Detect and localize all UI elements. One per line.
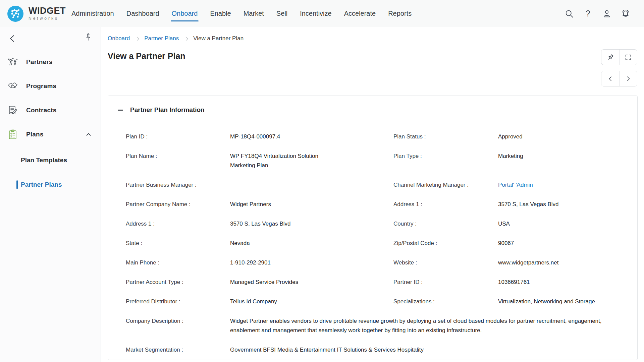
field-value-plan-name: WP FY18Q4 Virtualization Solution Market… (230, 152, 337, 170)
breadcrumb-item-onboard[interactable]: Onboard (108, 35, 130, 42)
field-label-address-1: Address 1 : (393, 200, 498, 209)
sidebar-item-label: Contracts (26, 107, 56, 114)
top-nav: AdministrationDashboardOnboardEnableMark… (71, 0, 412, 27)
fullscreen-button[interactable] (619, 50, 637, 65)
field-value-partner-account-type: Managed Service Provides (230, 278, 337, 287)
sidebar-item-plans[interactable]: Plans (0, 122, 101, 146)
field-row: Partner Company Name :Widget PartnersAdd… (126, 200, 637, 209)
breadcrumb-separator-icon (184, 37, 188, 41)
field-label-specializations: Specializations : (393, 297, 498, 306)
page-title: View a Partner Plan (108, 51, 185, 61)
field-value-partner-business-manager (230, 180, 337, 190)
plans-sub-list: Plan Templates Partner Plans (0, 150, 101, 194)
field-label-preferred-distributor: Preferred Distributor : (126, 297, 230, 306)
field-row: Main Phone :1-910-292-2901Website :www.w… (126, 258, 637, 267)
field-value-main-phone: 1-910-292-2901 (230, 258, 337, 267)
field-row: Preferred Distributor :Tellus Id Company… (126, 297, 637, 306)
collapse-section-icon[interactable] (118, 110, 123, 111)
sidebar-subitem-label: Plan Templates (21, 157, 67, 164)
field-value-state: Nevada (230, 239, 337, 248)
nav-item-accelerate[interactable]: Accelerate (344, 1, 376, 26)
field-value-plan-status: Approved (498, 132, 637, 141)
field-label-plan-type: Plan Type : (393, 152, 498, 170)
sidebar-nav: Partners Programs (0, 50, 101, 194)
sidebar-collapse-button[interactable] (7, 33, 18, 45)
sidebar-item-partner-plans[interactable]: Partner Plans (0, 175, 101, 194)
field-value-address-1: 3570 S, Las Vegas Blvd (498, 200, 637, 209)
sidebar-item-partners[interactable]: Partners (0, 50, 101, 74)
field-value-company-description: Widget Partner enables vendors to drive … (230, 316, 611, 335)
field-row: State :NevadaZip/Postal Code :90067 (126, 239, 637, 248)
field-label-market-segmentation: Market Segmentation : (126, 345, 230, 355)
sidebar-item-contracts[interactable]: Contracts (0, 98, 101, 122)
brand-name: WIDGET (29, 6, 66, 15)
sidebar-pin-icon[interactable] (83, 31, 93, 45)
nav-item-administration[interactable]: Administration (71, 1, 114, 26)
nav-item-reports[interactable]: Reports (388, 1, 412, 26)
field-row: Company Description :Widget Partner enab… (126, 316, 637, 335)
sidebar-item-label: Programs (26, 82, 56, 90)
breadcrumb-item-partner-plans[interactable]: Partner Plans (144, 35, 179, 42)
field-value-country: USA (498, 219, 637, 229)
field-label-website: Website : (393, 258, 498, 267)
field-value-channel-marketing-manager: Portal' 'Admin (498, 180, 637, 190)
previous-record-button[interactable] (601, 71, 619, 86)
nav-item-onboard[interactable]: Onboard (172, 1, 198, 26)
field-row: Address 1 :3570 S, Las Vegas BlvdCountry… (126, 219, 637, 229)
field-label-zip-postal-code: Zip/Postal Code : (393, 239, 498, 248)
field-value-plan-type: Marketing (498, 152, 637, 170)
next-record-button[interactable] (619, 71, 637, 86)
field-value-address-1: 3570 S, Las Vegas Blvd (230, 219, 337, 229)
top-bar: WIDGET Networks AdministrationDashboardO… (0, 0, 644, 27)
field-value-website: www.widgetpartners.net (498, 258, 637, 267)
chevron-up-icon[interactable] (85, 130, 93, 138)
nav-item-enable[interactable]: Enable (210, 1, 231, 26)
partners-icon (7, 56, 19, 68)
field-value-preferred-distributor: Tellus Id Company (230, 297, 337, 306)
link-portal-admin[interactable]: Portal' 'Admin (498, 182, 533, 188)
pin-page-button[interactable] (601, 50, 619, 65)
nav-item-incentivize[interactable]: Incentivize (300, 1, 332, 26)
sidebar-item-label: Partners (26, 58, 53, 66)
field-row: Market Segmentation :Government BFSI Med… (126, 345, 637, 355)
main-content: OnboardPartner PlansView a Partner Plan … (101, 27, 644, 362)
sidebar-item-programs[interactable]: Programs (0, 74, 101, 98)
nav-item-dashboard[interactable]: Dashboard (126, 1, 159, 26)
field-label-partner-id: Partner ID : (393, 278, 498, 287)
sidebar-subitem-label: Partner Plans (21, 181, 62, 188)
field-row: Plan Name :WP FY18Q4 Virtualization Solu… (126, 152, 637, 170)
field-label-plan-name: Plan Name : (126, 152, 230, 170)
notifications-icon[interactable] (620, 8, 631, 19)
field-value-partner-id: 1036691761 (498, 278, 637, 287)
contracts-icon (7, 104, 19, 116)
sidebar-item-plan-templates[interactable]: Plan Templates (0, 150, 101, 170)
section-title: Partner Plan Information (130, 106, 205, 114)
nav-item-market[interactable]: Market (244, 1, 264, 26)
user-icon[interactable] (601, 8, 612, 19)
field-label-partner-account-type: Partner Account Type : (126, 278, 230, 287)
field-label-partner-company-name: Partner Company Name : (126, 200, 230, 209)
breadcrumb-separator-icon (135, 37, 139, 41)
header-icons: ? (564, 0, 631, 27)
plans-icon (7, 128, 19, 140)
field-label-plan-status: Plan Status : (393, 132, 498, 141)
field-row: Partner Business Manager :Channel Market… (126, 180, 637, 190)
field-label-main-phone: Main Phone : (126, 258, 230, 267)
field-value-partner-company-name: Widget Partners (230, 200, 337, 209)
search-icon[interactable] (564, 8, 575, 19)
programs-icon (7, 80, 19, 92)
field-row: Plan ID :MP-18Q4-000097.4Plan Status :Ap… (126, 132, 637, 141)
field-label-address-1: Address 1 : (126, 219, 230, 229)
partner-plan-information-card: Partner Plan Information Plan ID :MP-18Q… (108, 96, 638, 360)
field-label-company-description: Company Description : (126, 316, 230, 335)
field-value-market-segmentation: Government BFSI Media & Entertainment IT… (230, 345, 611, 355)
field-row: Partner Account Type :Managed Service Pr… (126, 278, 637, 287)
sidebar-item-label: Plans (26, 131, 44, 138)
page-actions (601, 49, 637, 65)
field-label-country: Country : (393, 219, 498, 229)
field-label-plan-id: Plan ID : (126, 132, 230, 141)
section-header: Partner Plan Information (108, 105, 637, 115)
field-rows: Plan ID :MP-18Q4-000097.4Plan Status :Ap… (108, 132, 637, 355)
nav-item-sell[interactable]: Sell (276, 1, 287, 26)
help-icon[interactable]: ? (582, 8, 594, 19)
